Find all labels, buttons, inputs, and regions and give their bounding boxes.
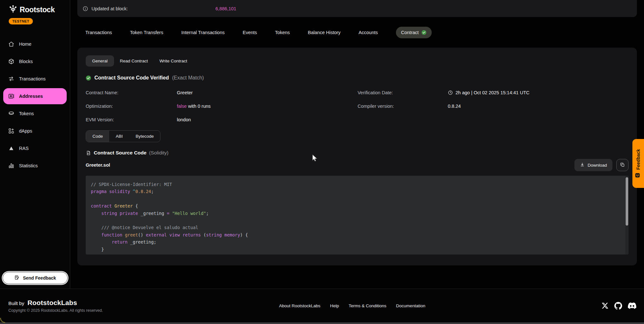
source-code-viewer[interactable]: // SPDX-License-Identifier: MITpragma so… [86,176,629,255]
sidebar-item-label: Tokens [19,111,34,116]
copy-icon [620,162,625,168]
tab-balance-history[interactable]: Balance History [308,30,341,35]
detail-value: Greeter [177,90,193,95]
code-line: contract Greeter { [91,202,622,209]
sidebar-item-dapps[interactable]: dApps [0,123,70,139]
sidebar-item-ras[interactable]: RAS [0,140,70,156]
code-abi-bytecode-toggle: CodeABIBytecode [86,130,160,142]
copy-button[interactable] [616,159,629,171]
github-icon[interactable] [614,302,622,310]
sidebar-item-label: Blocks [19,59,33,64]
sidebar-item-blocks[interactable]: Blocks [0,53,70,69]
contract-subtabs: GeneralRead ContractWrite Contract [86,55,629,67]
detail-label: Optimization: [86,104,177,109]
code-scrollbar-thumb[interactable] [626,177,628,226]
detail-label: Contract Name: [86,90,177,95]
block-number-link[interactable]: 6,886,101 [216,6,236,11]
x-icon[interactable] [601,302,609,309]
window-bottom-edge [0,322,644,324]
sidebar-item-label: Transactions [19,76,45,81]
sidebar-item-label: Home [19,42,32,47]
detail-label: EVM Version: [86,117,177,122]
verified-suffix: (Exact Match) [172,75,204,81]
ras-icon [8,145,14,152]
contract-card: GeneralRead ContractWrite Contract Contr… [77,48,637,265]
feedback-box-icon [635,173,641,178]
sidebar-item-tokens[interactable]: Tokens [0,106,70,122]
tab-internal-transactions[interactable]: Internal Transactions [181,30,225,35]
tab-label: Events [243,30,257,35]
rootstock-logo[interactable]: Rootstock [9,5,55,15]
verified-check-icon [86,75,91,81]
copyright-text: Copyright © 2025 RootstockLabs. All righ… [8,308,103,313]
detail-value-accent: false [177,104,187,109]
verified-title: Contract Source Code Verified [94,75,169,81]
send-feedback-label: Send Feedback [23,275,56,281]
code-line: string private _greeting = "Hello world"… [91,210,622,217]
tab-accounts[interactable]: Accounts [359,30,378,35]
built-by-label: Built by [8,301,24,306]
download-label: Download [588,163,607,168]
toggle-bytecode[interactable]: Bytecode [129,131,160,142]
tab-token-transfers[interactable]: Token Transfers [130,30,163,35]
subtab-read-contract[interactable]: Read Contract [114,55,154,67]
code-line: // SPDX-License-Identifier: MIT [91,181,622,188]
sidebar-item-label: Addresses [19,94,43,99]
footer-social-icons [601,301,636,310]
tab-label: Balance History [308,30,341,35]
rootstocklabs-wordmark[interactable]: RootstockLabs [27,299,77,307]
feedback-side-tab[interactable]: Feedback [632,139,644,188]
tab-label: Token Transfers [130,30,163,35]
info-icon [82,6,88,12]
footer-built-block: Built by RootstockLabs Copyright © 2025 … [8,299,103,313]
details-right-column: Verification Date:2h ago | Oct 02 2025 1… [358,86,629,126]
sidebar-item-home[interactable]: Home [0,36,70,52]
addresses-icon [8,93,14,99]
subtab-general[interactable]: General [86,55,114,67]
detail-value: london [177,117,191,122]
detail-label: Verification Date: [358,90,448,95]
tab-label: Tokens [275,30,290,35]
subtab-write-contract[interactable]: Write Contract [154,55,193,67]
page: Rootstock TESTNET HomeBlocksTransactions… [0,0,644,324]
toggle-abi[interactable]: ABI [109,131,129,142]
code-line [91,195,622,202]
tab-contract[interactable]: Contract [396,27,432,38]
address-tabs: TransactionsToken TransfersInternal Tran… [70,17,644,48]
footer-link-about-rootstocklabs[interactable]: About RootstockLabs [279,303,320,308]
sidebar-item-addresses[interactable]: Addresses [3,88,67,104]
download-icon [580,162,585,168]
details-left-column: Contract Name:GreeterOptimization:false … [86,86,358,126]
send-feedback-button[interactable]: Send Feedback [3,272,68,284]
sidebar: Rootstock TESTNET HomeBlocksTransactions… [0,0,70,289]
sidebar-item-label: RAS [19,146,29,151]
tab-events[interactable]: Events [243,30,257,35]
footer-link-help[interactable]: Help [330,303,339,308]
sidebar-item-label: Statistics [19,163,38,168]
testnet-badge[interactable]: TESTNET [9,18,33,24]
code-line: /// @notice Devuelve el saludo actual [91,224,622,231]
tab-tokens[interactable]: Tokens [275,30,290,35]
transactions-icon [8,76,14,82]
check-icon [421,30,427,35]
dapps-icon [8,128,14,134]
sidebar-item-statistics[interactable]: Statistics [0,158,70,174]
code-line: function greet() external view returns (… [91,231,622,238]
discord-icon[interactable] [628,301,636,310]
detail-label: Compiler version: [358,104,448,109]
toggle-code[interactable]: Code [86,131,109,142]
detail-value: false with 0 runs [177,104,211,109]
updated-block-bar: Updated at block: 6,886,101 [77,0,637,17]
download-button[interactable]: Download [574,159,612,171]
code-line: return _greeting; [91,238,622,245]
detail-row-contract-name: Contract Name:Greeter [86,86,358,99]
footer-link-documentation[interactable]: Documentation [396,303,425,308]
rootstock-tree-icon [9,5,17,15]
footer-link-terms-conditions[interactable]: Terms & Conditions [349,303,386,308]
tab-label: Internal Transactions [181,30,225,35]
tab-transactions[interactable]: Transactions [85,30,112,35]
updated-at-block-label: Updated at block: [91,6,128,11]
tab-label: Contract [401,30,419,35]
sidebar-nav: HomeBlocksTransactionsAddressesTokensdAp… [0,36,70,174]
sidebar-item-transactions[interactable]: Transactions [0,71,70,87]
